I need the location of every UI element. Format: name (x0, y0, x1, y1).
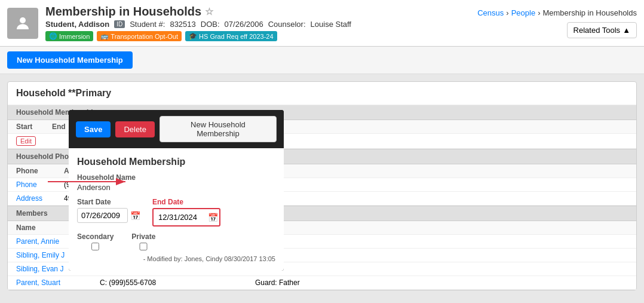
member-row-3: Parent, Stuart C: (999)555-6708 Guard: F… (8, 276, 636, 290)
graduation-icon: 🎓 (189, 32, 197, 40)
modal-delete-button[interactable]: Delete (115, 121, 155, 137)
modal-household-name-label: Household Name (77, 173, 275, 182)
related-tools-label: Related Tools (574, 26, 621, 35)
modal-new-button[interactable]: New Household Membership (160, 116, 277, 142)
breadcrumb-sep2: › (538, 8, 540, 17)
svg-point-0 (20, 17, 26, 23)
avatar (7, 8, 38, 39)
modal-content: Household Membership Household Name Ande… (69, 148, 284, 271)
modal-end-date-input[interactable] (155, 210, 206, 224)
edit-link[interactable]: Edit (16, 136, 36, 146)
dob-label: DOB: (201, 20, 220, 29)
phone-type-2: Address (16, 194, 64, 203)
member-guard-3: Guard: Father (255, 278, 303, 287)
col-phone: Phone (16, 167, 64, 175)
toolbar: New Household Membership (0, 47, 644, 74)
related-tools-button[interactable]: Related Tools ▲ (567, 22, 637, 38)
header-badges: 🌐 Immersion 🚌 Transportation Opt-Out 🎓 H… (45, 31, 351, 41)
member-phone-3: C: (999)555-6708 (100, 278, 171, 287)
modal-start-date-group: Start Date 📅 (77, 198, 140, 227)
modal-checkboxes-row: Secondary Private (77, 232, 275, 250)
modal-start-date-input[interactable] (77, 208, 128, 223)
student-number-label: Student #: (130, 20, 165, 29)
modal-secondary-checkbox[interactable] (77, 243, 114, 250)
badge-immersion: 🌐 Immersion (45, 31, 93, 41)
student-number: 832513 (170, 20, 195, 29)
modal-title: Household Membership (77, 157, 275, 167)
phone-type-1: Phone (16, 180, 64, 189)
header-left: Membership in Households ☆ Student, Addi… (7, 5, 351, 41)
breadcrumb-people[interactable]: People (511, 8, 535, 17)
badge-transportation: 🚌 Transportation Opt-Out (97, 31, 182, 41)
modal-end-date-label: End Date (152, 198, 220, 206)
modal-private-checkbox[interactable] (131, 243, 155, 250)
modal-secondary-group: Secondary (77, 232, 114, 250)
modal-toolbar: Save Delete New Household Membership (69, 110, 284, 148)
modal-end-date-input-group: 📅 (152, 208, 220, 227)
modal-box: Save Delete New Household Membership Hou… (69, 110, 284, 271)
new-household-membership-button[interactable]: New Household Membership (7, 51, 133, 69)
col-start: Start (16, 123, 52, 131)
modal-dates-row: Start Date 📅 End Date 📅 (77, 198, 275, 227)
dob-value: 07/26/2006 (225, 20, 263, 29)
modal-secondary-label: Secondary (77, 232, 114, 241)
modal-private-label: Private (131, 232, 155, 241)
start-date-calendar-icon[interactable]: 📅 (130, 211, 140, 221)
modal-end-date-group: End Date 📅 (152, 198, 220, 227)
globe-icon: 🌐 (49, 32, 57, 40)
favorite-icon[interactable]: ☆ (205, 6, 213, 17)
modal-start-date-input-group: 📅 (77, 208, 140, 223)
bus-icon: 🚌 (100, 32, 109, 40)
page-header: Membership in Households ☆ Student, Addi… (0, 0, 644, 47)
badge-hs-grad: 🎓 HS Grad Req eff 2023-24 (185, 31, 277, 41)
main-content: Household **Primary Household Membership… (0, 74, 644, 298)
breadcrumb: Census › People › Membership in Househol… (477, 8, 637, 17)
modal-save-button[interactable]: Save (76, 121, 111, 137)
modal-household-name-value: Anderson (77, 183, 275, 192)
edit-cell: Edit (16, 136, 52, 146)
modal-private-group: Private (131, 232, 155, 250)
breadcrumb-sep1: › (506, 8, 508, 17)
breadcrumb-current: Membership in Households (542, 8, 637, 17)
student-id-icon: ID (114, 20, 125, 28)
member-email-3 (171, 278, 255, 287)
end-date-calendar-icon[interactable]: 📅 (208, 213, 218, 222)
student-name: Student, Addison (45, 20, 109, 29)
counselor-label: Counselor: (268, 20, 306, 29)
modal-start-date-label: Start Date (77, 198, 140, 206)
header-right: Census › People › Membership in Househol… (477, 8, 637, 38)
modal-modified-text: - Modified by: Jones, Cindy 08/30/2017 1… (77, 255, 275, 262)
member-name-3[interactable]: Parent, Stuart (16, 278, 100, 287)
chevron-up-icon: ▲ (622, 26, 630, 35)
header-info: Membership in Households ☆ Student, Addi… (45, 5, 351, 41)
page-title-text: Membership in Households (45, 5, 201, 19)
page-title: Membership in Households ☆ (45, 5, 351, 19)
counselor-value: Louise Staff (311, 20, 351, 29)
breadcrumb-census[interactable]: Census (477, 8, 504, 17)
header-subtitle: Student, Addison ID Student #: 832513 DO… (45, 20, 351, 29)
household-title: Household **Primary (8, 82, 636, 105)
